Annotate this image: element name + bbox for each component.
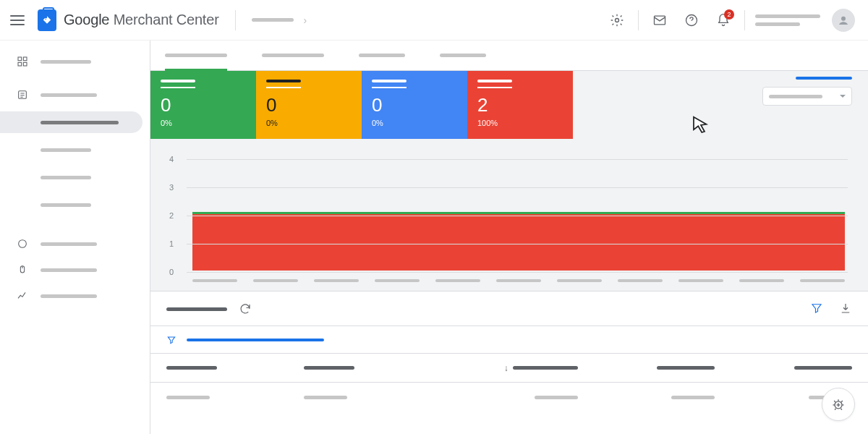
tab-item-4[interactable] [440, 41, 486, 70]
feedback-fab[interactable] [822, 388, 855, 421]
mail-icon[interactable] [647, 8, 672, 33]
metric-value: 0 [266, 95, 352, 114]
column-header[interactable] [578, 366, 715, 370]
list-icon [16, 88, 29, 101]
sidebar-item-marketing[interactable] [0, 259, 150, 281]
table-row[interactable] [150, 383, 868, 412]
app-logo[interactable]: Google Merchant Center [38, 9, 219, 31]
sidebar-item-performance[interactable] [0, 233, 150, 255]
app-title: Google Merchant Center [64, 12, 219, 28]
avatar[interactable] [832, 9, 855, 32]
chart-series-active [192, 212, 845, 214]
metric-card-pending[interactable]: 0 0% [362, 71, 467, 139]
download-icon[interactable] [839, 302, 852, 317]
breadcrumb[interactable]: › [252, 14, 307, 26]
circle-icon [16, 237, 29, 250]
app-header: Google Merchant Center › 2 [0, 0, 868, 41]
tab-item-2[interactable] [262, 41, 324, 70]
svg-point-4 [841, 16, 846, 20]
sidebar [0, 41, 150, 434]
hamburger-menu-icon[interactable] [10, 12, 26, 28]
metric-value: 2 [477, 95, 563, 114]
active-filter-row[interactable] [150, 326, 868, 354]
svg-rect-7 [18, 62, 22, 66]
account-label[interactable] [755, 14, 820, 26]
dashboard-icon [16, 55, 29, 68]
filter-outline-icon [166, 335, 176, 345]
svg-rect-6 [23, 57, 27, 61]
column-header[interactable] [715, 366, 852, 370]
tab-item-3[interactable] [359, 41, 405, 70]
bell-icon[interactable]: 2 [711, 8, 736, 33]
divider [235, 10, 236, 30]
sidebar-item-more[interactable] [0, 194, 150, 216]
svg-rect-5 [18, 57, 22, 61]
metric-card-active[interactable]: 0 0% [150, 71, 256, 139]
metric-value: 0 [161, 95, 246, 114]
svg-point-1 [616, 18, 619, 22]
chart-series-disapproved [192, 214, 845, 271]
sidebar-item-overview[interactable] [0, 51, 150, 72]
mouse-icon [16, 263, 29, 276]
metric-cards: 0 0% 0 0% 0 0% 2 [150, 71, 868, 139]
metric-value: 0 [372, 95, 457, 114]
sidebar-item-feeds[interactable] [0, 166, 150, 188]
chart-x-ticks [192, 279, 845, 282]
column-header[interactable] [166, 366, 304, 370]
filter-icon[interactable] [810, 302, 823, 317]
sidebar-item-all-products[interactable] [0, 139, 150, 161]
notification-badge: 2 [724, 9, 734, 20]
divider [638, 10, 639, 30]
svg-point-10 [19, 240, 27, 248]
arrow-down-icon: ↓ [504, 363, 509, 373]
sidebar-item-diagnostics[interactable] [0, 111, 142, 133]
trend-icon [16, 289, 29, 302]
sidebar-item-products[interactable] [0, 84, 150, 106]
list-toolbar [150, 292, 868, 326]
metric-percent: 0% [266, 119, 352, 127]
date-controls [762, 77, 852, 106]
help-icon[interactable] [679, 8, 704, 33]
column-header-sort[interactable]: ↓ [441, 363, 578, 373]
column-header[interactable] [304, 366, 441, 370]
refresh-icon[interactable] [237, 301, 253, 317]
status-chart: 01234 [187, 152, 848, 278]
bug-icon [831, 397, 846, 412]
gear-icon[interactable] [605, 8, 629, 33]
sidebar-item-growth[interactable] [0, 285, 150, 307]
table-header: ↓ [150, 354, 868, 383]
metric-percent: 0% [161, 119, 246, 127]
date-link[interactable] [796, 77, 852, 80]
metric-percent: 100% [477, 119, 563, 127]
metric-percent: 0% [372, 119, 457, 127]
chevron-right-icon: › [304, 14, 307, 26]
price-tag-icon [38, 9, 56, 31]
svg-rect-8 [23, 62, 27, 66]
divider [744, 10, 745, 30]
date-range-dropdown[interactable] [762, 87, 852, 106]
svg-rect-2 [655, 16, 665, 25]
tabbar [150, 41, 868, 71]
svg-point-0 [45, 18, 46, 20]
metric-card-expiring[interactable]: 0 0% [256, 71, 362, 139]
main-content: 0 0% 0 0% 0 0% 2 [150, 41, 868, 434]
metric-card-disapproved[interactable]: 2 100% [467, 71, 573, 139]
tab-item-issues[interactable] [165, 41, 227, 70]
